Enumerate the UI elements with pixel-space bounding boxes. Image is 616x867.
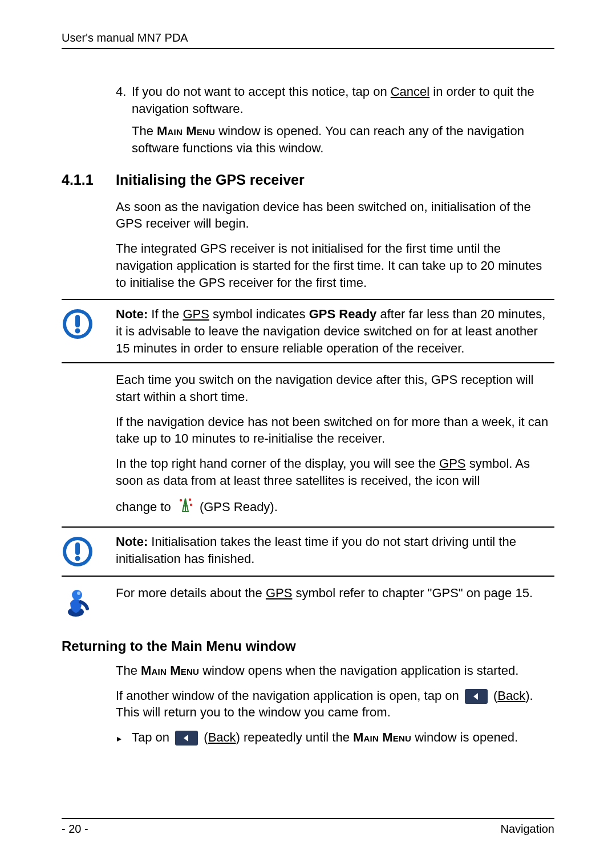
list-text: If you do not want to accept this notice… (132, 83, 554, 117)
bullet-marker (116, 729, 132, 747)
paragraph: The integrated GPS receiver is not initi… (116, 240, 554, 291)
back-button-icon (465, 689, 488, 704)
info-exclamation-icon (62, 308, 94, 342)
paragraph: change to (GPS Ready). (116, 497, 554, 518)
bullet-item: Tap on (Back) repeatedly until the Main … (116, 729, 554, 747)
paragraph: The Main Menu window opens when the navi… (116, 662, 554, 679)
header-text: User's manual MN7 PDA (62, 31, 188, 44)
page-footer: - 20 - Navigation (62, 818, 554, 836)
list-item-4: 4. If you do not want to accept this not… (116, 83, 554, 117)
page-header: User's manual MN7 PDA (62, 31, 554, 49)
reference-3d-icon (62, 586, 90, 621)
svg-marker-17 (473, 693, 478, 700)
section-title: Initialising the GPS receiver (116, 172, 305, 188)
gps-ready-satellite-icon (178, 497, 193, 518)
footer-chapter: Navigation (500, 823, 554, 836)
paragraph: In the top right hand corner of the disp… (116, 455, 554, 489)
svg-point-15 (72, 590, 82, 600)
note-text: Note: If the GPS symbol indicates GPS Re… (116, 306, 554, 356)
main-menu-label: Main Menu (157, 124, 215, 138)
note-text: Note: Initialisation takes the least tim… (116, 533, 554, 567)
bullet-text: Tap on (Back) repeatedly until the Main … (132, 729, 518, 747)
svg-rect-12 (75, 542, 80, 555)
paragraph: If the navigation device has not been sw… (116, 414, 554, 447)
note-block: Note: If the GPS symbol indicates GPS Re… (62, 299, 554, 363)
svg-point-13 (75, 556, 80, 561)
svg-point-9 (190, 504, 192, 506)
main-menu-label: Main Menu (141, 663, 199, 678)
info-text: For more details about the GPS symbol re… (116, 585, 533, 602)
svg-point-8 (189, 499, 191, 501)
cancel-link: Cancel (391, 84, 429, 99)
note-block: Note: Initialisation takes the least tim… (62, 526, 554, 577)
list-number: 4. (116, 83, 132, 117)
svg-rect-2 (75, 315, 80, 327)
info-exclamation-icon (62, 536, 94, 570)
body-column: 4. If you do not want to accept this not… (116, 83, 554, 157)
section-heading: 4.1.1 Initialising the GPS receiver (62, 172, 554, 188)
page-content: User's manual MN7 PDA 4. If you do not w… (62, 31, 554, 836)
paragraph: The Main Menu window is opened. You can … (132, 123, 554, 156)
svg-point-16 (77, 591, 80, 595)
svg-marker-18 (117, 737, 121, 742)
page-number: - 20 - (62, 823, 88, 836)
subsection-heading: Returning to the Main Menu window (62, 638, 554, 654)
paragraph: Each time you switch on the navigation d… (116, 371, 554, 405)
svg-marker-19 (184, 735, 188, 742)
section-number: 4.1.1 (62, 172, 116, 188)
info-row: For more details about the GPS symbol re… (62, 585, 554, 621)
main-menu-label: Main Menu (353, 730, 411, 744)
svg-point-7 (180, 499, 182, 501)
paragraph: As soon as the navigation device has bee… (116, 198, 554, 232)
back-button-icon (175, 731, 198, 746)
svg-point-3 (75, 329, 80, 334)
paragraph: If another window of the navigation appl… (116, 687, 554, 721)
